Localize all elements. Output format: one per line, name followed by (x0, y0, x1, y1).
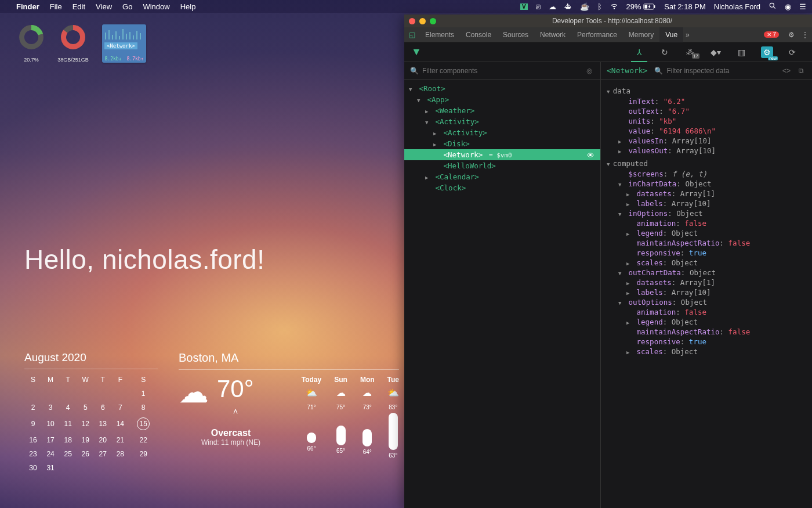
detail-row[interactable]: ▶ datasets: Array[1] (607, 189, 806, 199)
tree-node[interactable]: <Activity> (404, 127, 600, 138)
error-badge[interactable]: ✕ 7 (764, 31, 779, 38)
detail-row[interactable]: ▼ inChartData: Object (607, 179, 806, 189)
devtools-tab-elements[interactable]: Elements (419, 27, 460, 42)
calendar-day: 20 (94, 433, 111, 447)
devtools-tab-vue[interactable]: Vue (659, 27, 683, 42)
detail-row[interactable]: maintainAspectRatio: false (607, 327, 806, 337)
status-icon-cafe[interactable]: ☕ (580, 2, 589, 11)
tree-node[interactable]: <Root> (404, 83, 600, 94)
devtools-tab-sources[interactable]: Sources (497, 27, 534, 42)
disk-label: 38GB/251GB (57, 57, 89, 63)
scroll-to-icon[interactable]: 👁 (587, 151, 594, 160)
status-icon-app[interactable]: V (520, 3, 528, 10)
menu-file[interactable]: File (50, 2, 62, 11)
popout-icon[interactable]: ⧉ (796, 67, 806, 75)
tree-node[interactable]: <HelloWorld> (404, 160, 600, 171)
devtools-tabbar: ◱ ElementsConsoleSourcesNetworkPerforman… (404, 27, 812, 42)
detail-row[interactable]: ▼ inOptions: Object (607, 208, 806, 218)
calendar-day: 23 (24, 447, 42, 461)
detail-row[interactable]: responsive: true (607, 337, 806, 347)
calendar-dow: W (77, 373, 94, 387)
weather-expand-icon[interactable]: ＾ (217, 406, 254, 420)
vue-settings-icon[interactable]: ⚙new (754, 48, 780, 57)
detail-row[interactable]: ▶ valuesIn: Array[10] (607, 136, 806, 146)
zoom-button[interactable] (430, 18, 436, 24)
detail-row[interactable]: outText: "6.7" (607, 106, 806, 116)
calendar-day: 10 (42, 415, 59, 433)
calendar-day: 28 (111, 447, 129, 461)
detail-row[interactable]: ▶ valuesOut: Array[10] (607, 146, 806, 156)
timeline-icon[interactable]: ↻ (652, 48, 677, 57)
app-name[interactable]: Finder (16, 2, 39, 11)
siri-icon[interactable]: ◉ (785, 2, 791, 11)
tree-node[interactable]: <Clock> (404, 182, 600, 193)
status-icon-cloud[interactable]: ☁ (549, 2, 556, 11)
target-icon[interactable]: ◎ (584, 67, 594, 75)
detail-row[interactable]: $screens: f (e, t) (607, 169, 806, 179)
devtools-tab-performance[interactable]: Performance (571, 27, 623, 42)
detail-row[interactable]: ▶ labels: Array[10] (607, 287, 806, 297)
detail-row[interactable]: inText: "6.2" (607, 96, 806, 106)
detail-row[interactable]: units: "kb" (607, 116, 806, 126)
menu-window[interactable]: Window (143, 2, 169, 11)
vuex-icon[interactable]: ⁂17 (677, 48, 703, 57)
detail-row[interactable]: ▶ scales: Object (607, 347, 806, 356)
tree-node[interactable]: <App> (404, 94, 600, 105)
user-name[interactable]: Nicholas Ford (714, 2, 760, 11)
devtools-more-icon[interactable]: ⋮ (798, 31, 812, 39)
tree-node[interactable]: <Disk> (404, 138, 600, 149)
refresh-icon[interactable]: ⟳ (780, 48, 805, 57)
detail-row[interactable]: maintainAspectRatio: false (607, 238, 806, 248)
close-button[interactable] (409, 18, 415, 24)
inspect-element-icon[interactable]: ◱ (404, 31, 419, 39)
components-icon[interactable]: ⅄ (626, 48, 652, 57)
notification-center-icon[interactable]: ☰ (799, 2, 806, 11)
tree-node[interactable]: <Network> = $vm0👁 (404, 149, 600, 160)
status-icon-screenshare[interactable]: ⎚ (536, 2, 541, 11)
window-titlebar[interactable]: Developer Tools - http://localhost:8080/ (404, 15, 812, 27)
perf-icon[interactable]: ▥ (728, 48, 754, 57)
code-icon[interactable]: <> (780, 67, 793, 75)
status-icon-wifi[interactable] (610, 2, 618, 12)
filter-components-input[interactable] (422, 67, 581, 75)
filter-inspected-input[interactable] (666, 67, 777, 75)
devtools-tab-network[interactable]: Network (534, 27, 571, 42)
tree-node[interactable]: <Calendar> (404, 171, 600, 182)
detail-row[interactable]: ▶ legend: Object (607, 317, 806, 327)
detail-row[interactable]: ▶ legend: Object (607, 228, 806, 238)
battery-status[interactable]: 29% (626, 2, 657, 11)
calendar-day: 9 (24, 415, 42, 433)
menu-go[interactable]: Go (122, 2, 132, 11)
detail-row[interactable]: ▶ datasets: Array[1] (607, 278, 806, 287)
detail-row[interactable]: ▶ labels: Array[10] (607, 199, 806, 208)
devtools-tab-memory[interactable]: Memory (623, 27, 659, 42)
devtools-settings-icon[interactable]: ⚙ (785, 31, 798, 39)
detail-section[interactable]: data (607, 87, 806, 95)
component-tree: <Root> <App> <Weather> <Activity> <Activ… (404, 80, 601, 508)
status-icon-docker[interactable]: ⛴ (564, 2, 572, 11)
detail-row[interactable]: ▼ outOptions: Object (607, 297, 806, 307)
clock[interactable]: Sat 2:18 PM (664, 2, 706, 11)
tree-node[interactable]: <Activity> (404, 116, 600, 127)
detail-row[interactable]: responsive: true (607, 248, 806, 258)
calendar-day: 17 (42, 433, 59, 447)
weather-condition: Overcast (179, 428, 283, 438)
menu-help[interactable]: Help (180, 2, 196, 11)
calendar-day: 16 (24, 433, 42, 447)
menu-view[interactable]: View (96, 2, 112, 11)
tree-node[interactable]: <Weather> (404, 105, 600, 116)
detail-row[interactable]: value: "6194 6686\n" (607, 126, 806, 136)
menu-edit[interactable]: Edit (72, 2, 85, 11)
svg-line-4 (774, 6, 775, 8)
detail-section[interactable]: computed (607, 159, 806, 168)
routes-icon[interactable]: ◆▾ (703, 48, 728, 57)
devtools-tab-console[interactable]: Console (460, 27, 497, 42)
status-icon-bluetooth[interactable]: ᛒ (597, 2, 602, 11)
detail-row[interactable]: animation: false (607, 218, 806, 228)
spotlight-icon[interactable] (768, 2, 777, 12)
detail-row[interactable]: animation: false (607, 307, 806, 317)
detail-row[interactable]: ▼ outChartData: Object (607, 268, 806, 278)
detail-row[interactable]: ▶ scales: Object (607, 258, 806, 268)
tabs-overflow-icon[interactable]: » (686, 31, 690, 39)
minimize-button[interactable] (419, 18, 426, 24)
